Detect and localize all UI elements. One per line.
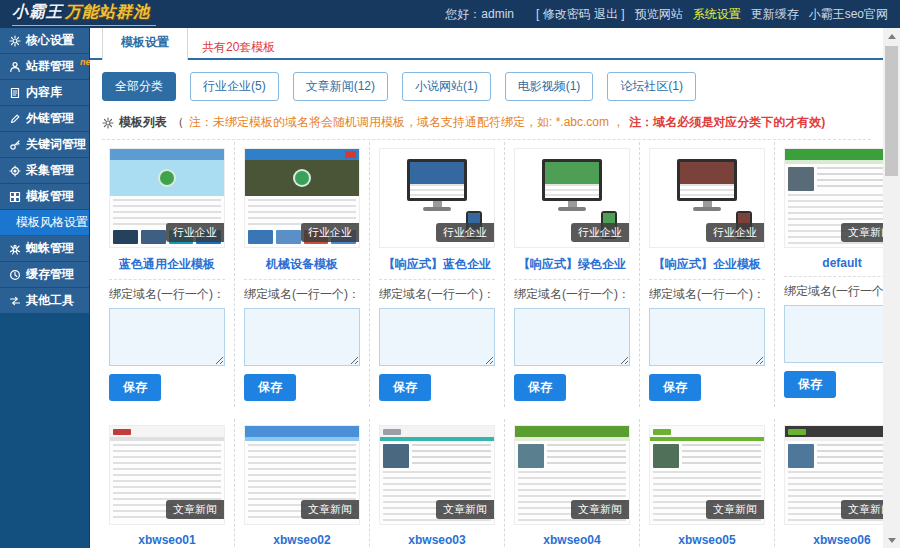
list-note-red: 注：域名必须是对应分类下的才有效) [629, 114, 825, 131]
thumb-image-block [788, 444, 814, 468]
bind-domain-textarea[interactable] [379, 308, 495, 366]
topnav-link[interactable]: 系统设置 [693, 7, 741, 21]
template-card: 文章新闻 default 绑定域名(一行一个)： 保存 [775, 142, 883, 407]
bind-domain-textarea[interactable] [244, 308, 360, 366]
template-thumbnail[interactable]: 文章新闻 [649, 425, 765, 525]
scroll-down-icon[interactable] [883, 532, 900, 548]
template-grid-icon [9, 191, 21, 203]
template-title-link[interactable]: default [784, 256, 883, 270]
topnav-link[interactable]: 预览网站 [635, 7, 683, 21]
bind-domain-label: 绑定域名(一行一个)： [649, 286, 765, 303]
template-title-link[interactable]: xbwseo04 [514, 533, 630, 547]
scroll-up-icon[interactable] [883, 28, 900, 44]
sidebar-item-label: 其他工具 [26, 292, 74, 309]
tab-template-settings[interactable]: 模板设置 [102, 28, 188, 60]
category-filter-button[interactable]: 全部分类 [102, 72, 176, 101]
save-button[interactable]: 保存 [514, 374, 566, 401]
sidebar-item[interactable]: 关键词管理 [0, 132, 89, 158]
template-thumbnail[interactable]: 文章新闻 [784, 148, 883, 248]
sidebar-item-label: 蜘蛛管理 [26, 240, 74, 257]
template-thumbnail[interactable]: 文章新闻 [784, 425, 883, 525]
user-icon [9, 61, 21, 73]
thumb-logo-block [383, 429, 401, 435]
category-badge: 文章新闻 [436, 500, 494, 519]
thumb-image-block [788, 167, 814, 191]
sidebar-item[interactable]: 核心设置 [0, 28, 89, 54]
sidebar-item-label: 站群管理 [26, 58, 74, 75]
topnav-link[interactable]: 小霸王seo官网 [809, 7, 888, 21]
save-button[interactable]: 保存 [649, 374, 701, 401]
category-filter-button[interactable]: 行业企业(5) [190, 72, 279, 101]
scrollbar-thumb[interactable] [885, 46, 898, 176]
thumb-media-lines [817, 167, 883, 191]
thumb-media-row [380, 441, 494, 468]
monitor-screen [545, 162, 599, 184]
template-title-link[interactable]: 蓝色通用企业模板 [109, 256, 225, 273]
topnav-link[interactable]: 更新缓存 [751, 7, 799, 21]
template-title-link[interactable]: 【响应式】蓝色企业 [379, 256, 495, 273]
template-title-link[interactable]: xbwseo02 [244, 533, 360, 547]
category-filter-button[interactable]: 论坛社区(1) [607, 72, 696, 101]
sidebar-item-label: 缓存管理 [26, 266, 74, 283]
category-badge: 文章新闻 [706, 500, 764, 519]
thumb-nav-bar [785, 149, 883, 160]
monitor-base [693, 207, 721, 211]
template-list-header: 模板列表 （ 注：未绑定模板的域名将会随机调用模板，域名支持通配符绑定，如: *… [90, 109, 883, 133]
divider [649, 279, 765, 280]
template-card: 文章新闻 xbwseo02 绑定域名(一行一个)： 保存 [235, 419, 370, 548]
topnav-link[interactable]: [ 修改密码 退出 ] [536, 7, 625, 21]
thumb-media-lines [412, 444, 491, 468]
template-thumbnail[interactable]: 行业企业 [649, 148, 765, 248]
category-filter-button[interactable]: 电影视频(1) [505, 72, 594, 101]
template-title-link[interactable]: 【响应式】企业模板 [649, 256, 765, 273]
sidebar-item[interactable]: 站群管理new [0, 54, 89, 80]
template-title-link[interactable]: 【响应式】绿色企业 [514, 256, 630, 273]
template-thumbnail[interactable]: 行业企业 [379, 148, 495, 248]
thumb-hero-circle [293, 169, 311, 187]
thumb-nav-accent [345, 151, 356, 158]
bind-domain-textarea[interactable] [109, 308, 225, 366]
template-title-link[interactable]: xbwseo01 [109, 533, 225, 547]
app-logo: 小霸王万能站群池 [12, 2, 156, 26]
monitor-screen [680, 162, 734, 184]
logo-secondary: 万能站群池 [65, 3, 150, 20]
category-badge: 行业企业 [166, 223, 224, 242]
bind-domain-textarea[interactable] [784, 305, 883, 363]
bind-domain-label: 绑定域名(一行一个)： [244, 286, 360, 303]
save-button[interactable]: 保存 [244, 374, 296, 401]
save-button[interactable]: 保存 [379, 374, 431, 401]
template-title-link[interactable]: xbwseo03 [379, 533, 495, 547]
thumb-logo-block [113, 429, 131, 435]
template-title-link[interactable]: 机械设备模板 [244, 256, 360, 273]
gear-icon [102, 117, 114, 129]
monitor-content-lines [545, 184, 599, 198]
template-thumbnail[interactable]: 行业企业 [514, 148, 630, 248]
template-thumbnail[interactable]: 文章新闻 [379, 425, 495, 525]
category-filter-button[interactable]: 文章新闻(12) [293, 72, 388, 101]
sidebar-item[interactable]: 缓存管理 [0, 262, 89, 288]
thumb-media-row [785, 164, 883, 191]
template-title-link[interactable]: xbwseo05 [649, 533, 765, 547]
sidebar-item[interactable]: 外链管理 [0, 106, 89, 132]
sidebar-item[interactable]: 模板管理 [0, 184, 89, 210]
sidebar-item[interactable]: 蜘蛛管理 [0, 236, 89, 262]
template-thumbnail[interactable]: 文章新闻 [244, 425, 360, 525]
template-thumbnail[interactable]: 行业企业 [109, 148, 225, 248]
save-button[interactable]: 保存 [784, 371, 836, 398]
bind-domain-textarea[interactable] [514, 308, 630, 366]
template-thumbnail[interactable]: 文章新闻 [109, 425, 225, 525]
vertical-scrollbar[interactable] [883, 28, 900, 548]
category-filter-button[interactable]: 小说网站(1) [402, 72, 491, 101]
sidebar-item[interactable]: 其他工具 [0, 288, 89, 314]
gear-icon [9, 35, 21, 47]
user-nav: 您好：admin [ 修改密码 退出 ]预览网站系统设置更新缓存小霸王seo官网 [445, 6, 888, 23]
template-card: 文章新闻 xbwseo05 绑定域名(一行一个)： 保存 [640, 419, 775, 548]
sidebar-item[interactable]: 采集管理 [0, 158, 89, 184]
sidebar-item-active[interactable]: 模板风格设置 [0, 210, 89, 236]
bind-domain-textarea[interactable] [649, 308, 765, 366]
save-button[interactable]: 保存 [109, 374, 161, 401]
template-title-link[interactable]: xbwseo06 [784, 533, 883, 547]
sidebar-item[interactable]: 内容库 [0, 80, 89, 106]
template-thumbnail[interactable]: 文章新闻 [514, 425, 630, 525]
template-thumbnail[interactable]: 行业企业 [244, 148, 360, 248]
